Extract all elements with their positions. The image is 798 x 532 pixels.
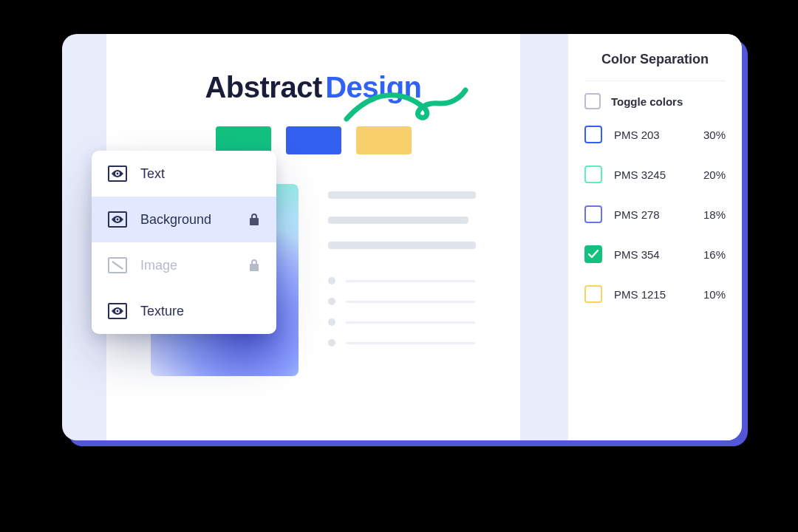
- document-title: Abstract Design: [151, 71, 476, 104]
- svg-line-3: [112, 262, 123, 269]
- color-name: PMS 1215: [614, 288, 703, 301]
- placeholder-bullet: [328, 339, 476, 347]
- layer-item-background[interactable]: Background: [92, 197, 276, 242]
- placeholder-line: [328, 191, 476, 199]
- checkbox-icon[interactable]: [584, 166, 602, 183]
- color-row-pms3245[interactable]: PMS 3245 20%: [584, 166, 726, 183]
- color-name: PMS 3245: [614, 168, 703, 181]
- eye-icon: [108, 211, 127, 228]
- sidebar-title: Color Separation: [584, 52, 726, 81]
- layers-panel: Text Background Image: [92, 151, 276, 334]
- swatch-yellow[interactable]: [356, 126, 412, 154]
- sidebar-color-separation: Color Separation Toggle colors PMS 203 3…: [567, 34, 742, 440]
- color-row-pms1215[interactable]: PMS 1215 10%: [584, 285, 726, 303]
- color-percent: 30%: [703, 129, 726, 141]
- placeholder-line: [328, 216, 468, 224]
- placeholder-bullet: [328, 318, 476, 326]
- text-placeholder-column: [328, 184, 476, 376]
- color-percent: 10%: [703, 288, 726, 301]
- app-window: Abstract Design: [62, 34, 742, 440]
- layer-item-image[interactable]: Image: [92, 242, 276, 288]
- layer-label: Image: [140, 258, 235, 273]
- checkbox-icon[interactable]: [584, 285, 602, 303]
- toggle-colors-row[interactable]: Toggle colors: [584, 93, 726, 109]
- color-name: PMS 278: [614, 208, 703, 221]
- layer-label: Text: [140, 166, 260, 182]
- color-name: PMS 354: [614, 248, 703, 261]
- color-name: PMS 203: [614, 129, 703, 141]
- color-row-pms354[interactable]: PMS 354 16%: [584, 245, 726, 263]
- placeholder-line: [328, 242, 476, 249]
- color-row-pms278[interactable]: PMS 278 18%: [584, 205, 726, 223]
- color-row-pms203[interactable]: PMS 203 30%: [584, 126, 726, 143]
- title-word-1: Abstract: [205, 71, 321, 103]
- title-word-2: Design: [325, 71, 421, 103]
- layer-item-text[interactable]: Text: [92, 151, 276, 197]
- lock-icon: [248, 213, 260, 226]
- svg-point-1: [117, 219, 119, 221]
- canvas-area: Abstract Design: [62, 34, 567, 440]
- checkbox-icon[interactable]: [584, 93, 601, 109]
- checkbox-checked-icon[interactable]: [584, 245, 602, 263]
- eye-icon: [108, 303, 127, 319]
- checkbox-icon[interactable]: [584, 205, 602, 223]
- toggle-colors-label: Toggle colors: [611, 95, 683, 108]
- color-percent: 16%: [703, 248, 726, 261]
- swatch-blue[interactable]: [286, 126, 341, 154]
- hidden-icon: [108, 257, 127, 273]
- lock-icon: [248, 259, 260, 272]
- layer-label: Background: [140, 212, 235, 228]
- color-percent: 20%: [703, 168, 726, 181]
- placeholder-bullet: [328, 298, 476, 305]
- checkbox-icon[interactable]: [584, 126, 602, 143]
- eye-icon: [108, 166, 127, 182]
- svg-point-0: [117, 173, 119, 175]
- layer-item-texture[interactable]: Texture: [92, 288, 276, 334]
- placeholder-bullet: [328, 277, 476, 284]
- color-percent: 18%: [703, 208, 726, 221]
- layer-label: Texture: [140, 304, 260, 319]
- svg-point-4: [117, 310, 119, 313]
